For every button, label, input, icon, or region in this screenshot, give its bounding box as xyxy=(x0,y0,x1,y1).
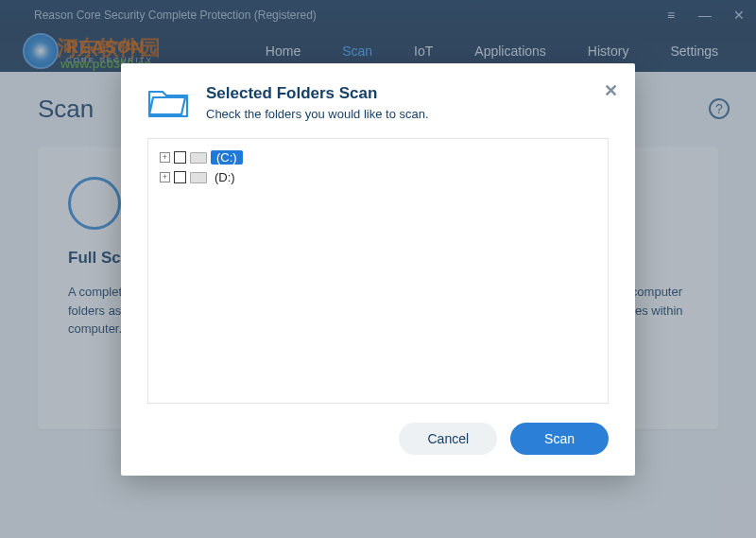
modal-close-button[interactable]: ✕ xyxy=(604,80,618,101)
tree-row-d[interactable]: + (D:) xyxy=(160,168,596,187)
modal-header: Selected Folders Scan Check the folders … xyxy=(147,84,609,121)
expand-toggle[interactable]: + xyxy=(160,172,170,182)
drive-icon xyxy=(190,152,207,164)
drive-icon xyxy=(190,172,207,183)
folder-scan-modal: ✕ Selected Folders Scan Check the folder… xyxy=(121,63,635,476)
modal-overlay: ✕ Selected Folders Scan Check the folder… xyxy=(0,0,756,538)
folder-icon xyxy=(147,86,189,120)
folder-tree[interactable]: + (C:) + (D:) xyxy=(147,138,609,404)
drive-label-c[interactable]: (C:) xyxy=(211,150,243,165)
scan-button[interactable]: Scan xyxy=(510,423,609,455)
expand-toggle[interactable]: + xyxy=(160,152,170,163)
drive-label-d[interactable]: (D:) xyxy=(211,170,239,184)
cancel-button[interactable]: Cancel xyxy=(399,423,497,455)
modal-footer: Cancel Scan xyxy=(147,423,609,455)
modal-title: Selected Folders Scan xyxy=(206,84,429,103)
drive-checkbox[interactable] xyxy=(174,171,186,183)
modal-subtitle: Check the folders you would like to scan… xyxy=(206,107,429,121)
tree-row-c[interactable]: + (C:) xyxy=(160,148,596,167)
drive-checkbox[interactable] xyxy=(174,151,186,164)
